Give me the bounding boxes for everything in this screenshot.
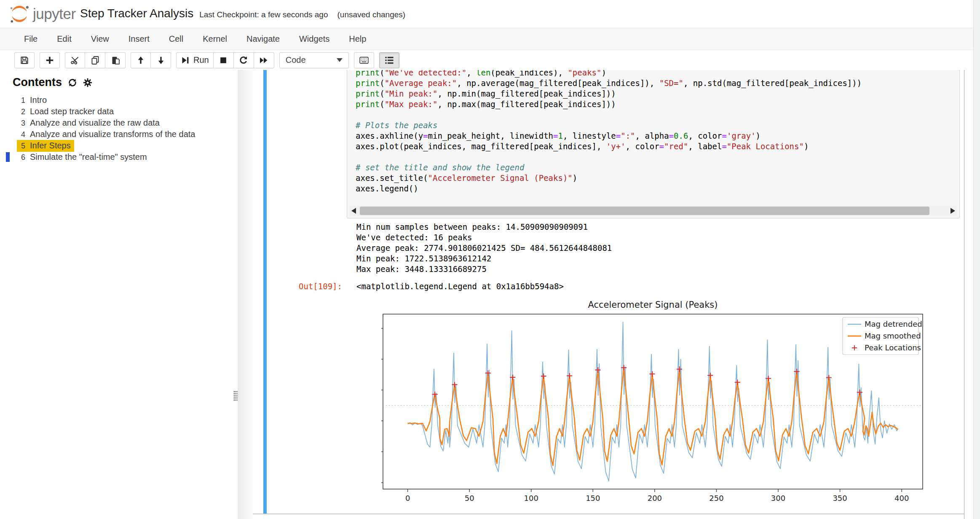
- copy-cells-button[interactable]: [85, 52, 105, 68]
- paste-icon: [111, 56, 120, 65]
- svg-text:100: 100: [524, 494, 538, 503]
- legend-label: Mag smoothed: [865, 331, 921, 340]
- code-line: print("Average peak:", np.average(mag_fi…: [356, 78, 959, 89]
- output-line: We've detected: 16 peaks: [356, 232, 612, 243]
- chevron-down-icon: [337, 58, 343, 62]
- accelerometer-chart: Accelerometer Signal (Peaks)050100150200…: [381, 295, 927, 506]
- svg-text:50: 50: [465, 494, 474, 503]
- out-prompt: Out[109]:: [253, 282, 342, 291]
- menu-file[interactable]: File: [14, 29, 47, 49]
- menu-cell[interactable]: Cell: [159, 29, 193, 49]
- matplotlib-figure: Accelerometer Signal (Peaks)050100150200…: [381, 295, 927, 506]
- legend-label: Peak Locations: [865, 343, 921, 352]
- scissors-icon: [70, 56, 80, 65]
- toc-item-number: 5: [17, 140, 25, 152]
- code-horizontal-scrollbar[interactable]: [350, 206, 957, 216]
- cell-type-dropdown[interactable]: Code: [279, 52, 349, 68]
- code-line: axes.legend(): [356, 183, 959, 194]
- code-line: print("Min peak:", np.min(mag_filtered[p…: [356, 89, 959, 99]
- restart-kernel-button[interactable]: [234, 52, 254, 68]
- code-line: axes.axhline(y=min_peak_height, linewidt…: [356, 131, 959, 141]
- arrow-down-icon: [156, 56, 166, 65]
- gear-icon[interactable]: [83, 78, 92, 87]
- scroll-right-arrow[interactable]: [951, 208, 955, 214]
- toolbar: Run Code: [0, 50, 980, 70]
- save-button[interactable]: [14, 52, 35, 68]
- cell-type-value: Code: [286, 55, 306, 65]
- menu-bar: FileEditViewInsertCellKernelNavigateWidg…: [0, 28, 980, 50]
- move-cell-down-button[interactable]: [151, 52, 171, 68]
- toc-item-4[interactable]: 4Analyze and visualize transforms of the…: [0, 129, 236, 140]
- menu-help[interactable]: Help: [339, 29, 376, 49]
- cut-cells-button[interactable]: [65, 52, 85, 68]
- code-cell-input[interactable]: peak_indices, peak_properties = sp.signa…: [347, 70, 960, 218]
- refresh-icon[interactable]: [68, 78, 77, 87]
- toc-item-label: Intro: [30, 95, 47, 105]
- svg-text:400: 400: [894, 494, 909, 503]
- selected-cell-indicator: [263, 70, 267, 514]
- svg-text:300: 300: [771, 494, 785, 503]
- notebook-area: peak_indices, peak_properties = sp.signa…: [253, 70, 964, 519]
- copy-icon: [91, 56, 100, 65]
- interrupt-kernel-button[interactable]: [214, 52, 234, 68]
- sidebar-divider: [238, 70, 253, 519]
- output-line: Max peak: 3448.133316689275: [356, 264, 612, 274]
- code-line: print("Max peak:", np.max(mag_filtered[p…: [356, 99, 959, 110]
- list-icon: [385, 56, 394, 65]
- menu-view[interactable]: View: [81, 29, 119, 49]
- notebook-right-border: [964, 70, 964, 519]
- code-line: [356, 152, 959, 162]
- fast-forward-icon: [259, 56, 268, 65]
- toc-item-label: Load step tracker data: [30, 107, 114, 116]
- paste-cells-button[interactable]: [105, 52, 126, 68]
- insert-cell-below-button[interactable]: [40, 52, 60, 68]
- toc-item-label: Simulate the "real-time" system: [30, 152, 147, 161]
- unsaved-changes-status: (unsaved changes): [337, 10, 405, 19]
- toc-item-6[interactable]: 6Simulate the "real-time" system: [0, 151, 236, 163]
- code-line: # set the title and show the legend: [356, 162, 959, 173]
- cell-stream-output: Min num samples between peaks: 14.509090…: [356, 222, 612, 274]
- svg-text:0: 0: [405, 494, 410, 503]
- scroll-left-arrow[interactable]: [351, 208, 356, 214]
- keyboard-icon: [359, 56, 369, 65]
- jupyter-logo[interactable]: jupyter: [9, 4, 76, 24]
- window-scrollbar[interactable]: [973, 0, 980, 519]
- header: jupyter Step Tracker Analysis Last Check…: [0, 0, 980, 28]
- code-editor[interactable]: peak_indices, peak_properties = sp.signa…: [347, 70, 959, 194]
- run-icon: [181, 56, 190, 65]
- toc-item-2[interactable]: 2Load step tracker data: [0, 106, 236, 117]
- menu-navigate[interactable]: Navigate: [237, 29, 289, 49]
- move-cell-up-button[interactable]: [131, 52, 151, 68]
- notebook-title[interactable]: Step Tracker Analysis: [80, 7, 193, 20]
- output-line: Min peak: 1722.5138963612142: [356, 253, 612, 264]
- jupyter-wordmark: jupyter: [33, 5, 76, 22]
- toc-item-5[interactable]: 5Infer Steps: [0, 140, 236, 151]
- svg-text:350: 350: [833, 494, 847, 503]
- svg-text:200: 200: [648, 494, 662, 503]
- cell-divider: [253, 514, 964, 514]
- toc-item-number: 6: [17, 152, 25, 163]
- scrollbar-thumb[interactable]: [360, 207, 929, 215]
- svg-text:150: 150: [586, 494, 600, 503]
- toc-current-marker: [6, 152, 10, 162]
- menu-edit[interactable]: Edit: [47, 29, 81, 49]
- chart-title: Accelerometer Signal (Peaks): [588, 300, 718, 310]
- code-line: [356, 110, 959, 120]
- restart-run-all-button[interactable]: [254, 52, 274, 68]
- toc-item-3[interactable]: 3Analyze and visualize the raw data: [0, 117, 236, 129]
- menu-insert[interactable]: Insert: [119, 29, 159, 49]
- menu-kernel[interactable]: Kernel: [193, 29, 237, 49]
- output-line: Min num samples between peaks: 14.509090…: [356, 222, 612, 232]
- toggle-toc-button[interactable]: [379, 52, 399, 68]
- toc-item-number: 2: [17, 106, 25, 118]
- toc-item-number: 1: [17, 95, 25, 106]
- toc-item-label: Analyze and visualize transforms of the …: [30, 129, 195, 139]
- out-value: <matplotlib.legend.Legend at 0x1a16bb594…: [356, 282, 564, 291]
- command-palette-button[interactable]: [354, 52, 374, 68]
- restart-icon: [239, 56, 248, 65]
- toc-item-1[interactable]: 1Intro: [0, 94, 236, 106]
- run-button[interactable]: Run: [176, 52, 214, 68]
- toc-item-number: 4: [17, 129, 25, 140]
- menu-widgets[interactable]: Widgets: [289, 29, 339, 49]
- toc-item-label: Infer Steps: [30, 141, 71, 150]
